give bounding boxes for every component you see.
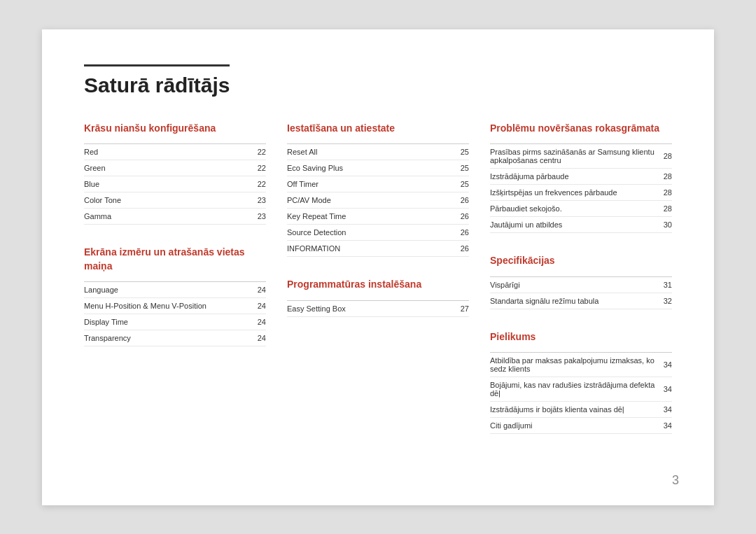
section-2-1: SpecifikācijasVispārīgi31Standarta signā… — [490, 254, 672, 309]
column-0: Krāsu nianšu konfigurēšanaRed22Green22Bl… — [84, 122, 266, 456]
toc-item: Jautājumi un atbildes30 — [490, 217, 672, 233]
item-name: Izstrādājuma pārbaude — [490, 172, 658, 181]
toc-item: Bojājumi, kas nav radušies izstrādājuma … — [490, 377, 672, 402]
page-title: Saturā rādītājs — [84, 73, 230, 97]
toc-item: Reset All25 — [287, 144, 469, 160]
toc-item: PC/AV Mode26 — [287, 192, 469, 209]
toc-item: Transparency24 — [84, 330, 266, 346]
toc-list-1-0: Reset All25Eco Saving Plus25Off Timer25P… — [287, 143, 469, 257]
item-page: 34 — [664, 360, 672, 369]
item-page: 31 — [664, 281, 672, 289]
item-name: Color Tone — [84, 196, 252, 204]
item-page: 22 — [258, 180, 266, 188]
item-page: 25 — [461, 164, 469, 172]
item-name: Gamma — [84, 212, 252, 220]
item-page: 34 — [664, 405, 672, 414]
toc-item: Green22 — [84, 160, 266, 176]
toc-item: Gamma23 — [84, 209, 266, 225]
item-page: 23 — [258, 196, 266, 204]
item-name: Reset All — [287, 148, 455, 156]
toc-item: Atbildība par maksas pakalpojumu izmaksa… — [490, 353, 672, 377]
toc-item: Key Repeat Time26 — [287, 209, 469, 225]
toc-item: Prasības pirms sazināšanās ar Samsung kl… — [490, 144, 672, 169]
item-name: Standarta signālu režīmu tabula — [490, 297, 658, 305]
item-page: 24 — [258, 302, 266, 310]
item-page: 28 — [664, 188, 672, 197]
section-title-0-0: Krāsu nianšu konfigurēšana — [84, 122, 266, 136]
section-title-1-0: Iestatīšana un atiestate — [287, 122, 469, 136]
item-page: 28 — [664, 204, 672, 213]
section-title-2-2: Pielikums — [490, 330, 672, 344]
item-page: 24 — [258, 318, 266, 326]
item-page: 27 — [461, 304, 469, 313]
toc-item: Citi gadījumi34 — [490, 418, 672, 434]
item-page: 25 — [461, 148, 469, 156]
toc-list-1-1: Easy Setting Box27 — [287, 300, 469, 317]
item-name: Easy Setting Box — [287, 304, 455, 313]
item-name: Eco Saving Plus — [287, 164, 455, 172]
toc-item: Language24 — [84, 282, 266, 298]
item-page: 26 — [461, 228, 469, 237]
toc-item: Menu H-Position & Menu V-Position24 — [84, 298, 266, 314]
item-page: 34 — [664, 385, 672, 393]
item-page: 26 — [461, 196, 469, 204]
item-name: Jautājumi un atbildes — [490, 220, 658, 229]
page-number: 3 — [672, 473, 679, 488]
section-0-1: Ekrāna izmēru un atrašanās vietas maiņaL… — [84, 246, 266, 346]
content-grid: Krāsu nianšu konfigurēšanaRed22Green22Bl… — [84, 122, 672, 456]
item-name: Citi gadījumi — [490, 421, 658, 430]
toc-item: Off Timer25 — [287, 176, 469, 192]
item-name: Vispārīgi — [490, 281, 658, 289]
item-page: 25 — [461, 180, 469, 188]
section-title-2-1: Specifikācijas — [490, 254, 672, 268]
toc-list-2-2: Atbildība par maksas pakalpojumu izmaksa… — [490, 352, 672, 434]
item-name: Transparency — [84, 334, 252, 342]
toc-item: Source Detection26 — [287, 225, 469, 241]
section-1-1: Programmatūras instalēšanaEasy Setting B… — [287, 278, 469, 317]
item-name: Red — [84, 148, 252, 156]
item-name: Prasības pirms sazināšanās ar Samsung kl… — [490, 148, 658, 164]
item-name: PC/AV Mode — [287, 196, 455, 204]
toc-item: Izstrādājums ir bojāts klienta vainas dē… — [490, 402, 672, 418]
toc-item: Pārbaudiet sekojošo.28 — [490, 201, 672, 217]
column-1: Iestatīšana un atiestateReset All25Eco S… — [287, 122, 469, 456]
toc-item: Vispārīgi31 — [490, 277, 672, 293]
item-name: Pārbaudiet sekojošo. — [490, 204, 658, 213]
toc-item: Display Time24 — [84, 314, 266, 330]
item-page: 28 — [664, 152, 672, 160]
item-name: Green — [84, 164, 252, 172]
item-page: 23 — [258, 212, 266, 220]
item-name: Source Detection — [287, 228, 455, 237]
item-name: Bojājumi, kas nav radušies izstrādājuma … — [490, 381, 658, 398]
item-page: 22 — [258, 164, 266, 172]
item-name: INFORMATION — [287, 244, 455, 253]
column-2: Problēmu novēršanas rokasgrāmataPrasības… — [490, 122, 672, 456]
item-name: Display Time — [84, 318, 252, 326]
toc-item: Color Tone23 — [84, 192, 266, 209]
item-page: 28 — [664, 172, 672, 181]
section-2-0: Problēmu novēršanas rokasgrāmataPrasības… — [490, 122, 672, 234]
item-page: 34 — [664, 421, 672, 430]
toc-item: Easy Setting Box27 — [287, 301, 469, 317]
item-name: Atbildība par maksas pakalpojumu izmaksa… — [490, 356, 658, 373]
title-bar: Saturā rādītājs — [84, 64, 230, 97]
toc-item: Blue22 — [84, 176, 266, 192]
page: Saturā rādītājs Krāsu nianšu konfigurēša… — [42, 29, 714, 505]
section-title-2-0: Problēmu novēršanas rokasgrāmata — [490, 122, 672, 136]
item-page: 24 — [258, 286, 266, 294]
section-title-0-1: Ekrāna izmēru un atrašanās vietas maiņa — [84, 246, 266, 273]
item-page: 32 — [664, 297, 672, 305]
section-title-1-1: Programmatūras instalēšana — [287, 278, 469, 292]
toc-item: Izšķirtspējas un frekvences pārbaude28 — [490, 185, 672, 201]
toc-list-0-1: Language24Menu H-Position & Menu V-Posit… — [84, 281, 266, 346]
toc-list-2-0: Prasības pirms sazināšanās ar Samsung kl… — [490, 143, 672, 233]
item-name: Off Timer — [287, 180, 455, 188]
toc-list-2-1: Vispārīgi31Standarta signālu režīmu tabu… — [490, 276, 672, 309]
item-name: Izšķirtspējas un frekvences pārbaude — [490, 188, 658, 197]
section-2-2: PielikumsAtbildība par maksas pakalpojum… — [490, 330, 672, 435]
toc-item: Izstrādājuma pārbaude28 — [490, 169, 672, 185]
item-name: Izstrādājums ir bojāts klienta vainas dē… — [490, 405, 658, 414]
item-page: 26 — [461, 244, 469, 253]
toc-item: Red22 — [84, 144, 266, 160]
toc-item: INFORMATION26 — [287, 241, 469, 257]
